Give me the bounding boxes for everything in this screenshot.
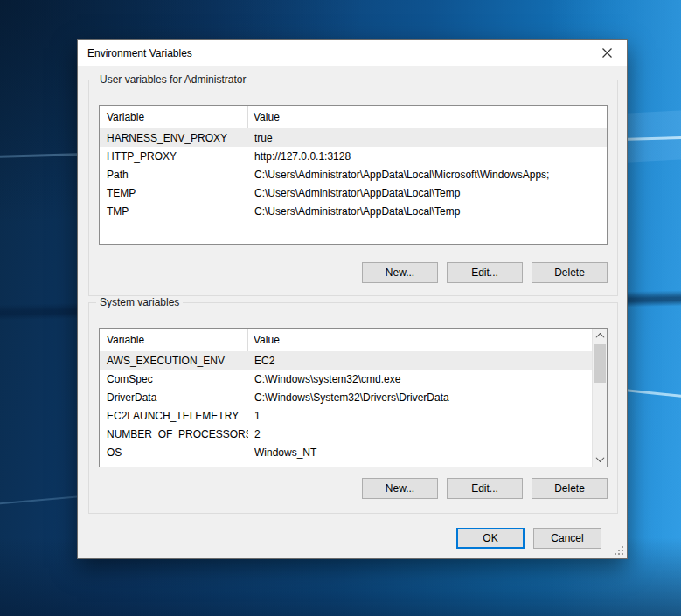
value-cell: http://127.0.0.1:3128: [248, 150, 607, 163]
titlebar[interactable]: Environment Variables: [78, 40, 627, 66]
scrollbar-thumb[interactable]: [594, 344, 606, 383]
environment-variables-dialog: Environment Variables User variables for…: [77, 39, 628, 559]
value-cell: C:\Windows\system32;C:\Windows;C:\Window…: [248, 465, 592, 468]
table-row[interactable]: AWS_EXECUTION_ENVEC2: [100, 351, 592, 370]
variable-cell: TEMP: [100, 187, 248, 199]
system-edit-button[interactable]: Edit...: [447, 478, 523, 499]
table-body: AWS_EXECUTION_ENVEC2ComSpecC:\Windows\sy…: [100, 351, 592, 467]
table-header: Variable Value: [100, 106, 607, 128]
scroll-up-button[interactable]: [593, 329, 607, 343]
system-variables-buttons: New... Edit... Delete: [362, 478, 608, 499]
value-cell: C:\Users\Administrator\AppData\Local\Tem…: [248, 187, 607, 199]
table-row[interactable]: HTTP_PROXYhttp://127.0.0.1:3128: [100, 147, 607, 165]
value-cell: 2: [248, 428, 592, 440]
user-variables-buttons: New... Edit... Delete: [362, 262, 608, 283]
value-cell: C:\Users\Administrator\AppData\Local\Mic…: [248, 169, 607, 181]
variable-cell: HARNESS_ENV_PROXY: [100, 132, 248, 144]
value-cell: true: [248, 132, 607, 144]
variable-cell: TMP: [100, 205, 248, 218]
table-body: HARNESS_ENV_PROXYtrueHTTP_PROXYhttp://12…: [100, 128, 607, 244]
variable-cell: AWS_EXECUTION_ENV: [100, 355, 248, 367]
table-row[interactable]: NUMBER_OF_PROCESSORS2: [100, 425, 592, 443]
user-new-button[interactable]: New...: [362, 262, 438, 283]
table-row[interactable]: PathC:\Users\Administrator\AppData\Local…: [100, 165, 607, 183]
ok-button[interactable]: OK: [456, 528, 525, 549]
table-row[interactable]: OSWindows_NT: [100, 443, 592, 461]
close-button[interactable]: [587, 40, 627, 66]
user-edit-button[interactable]: Edit...: [447, 262, 523, 283]
variable-cell: Path: [100, 169, 248, 181]
system-new-button[interactable]: New...: [362, 478, 438, 499]
variable-cell: DriverData: [100, 391, 248, 404]
user-variables-group: User variables for Administrator Variabl…: [88, 80, 618, 296]
variable-cell: HTTP_PROXY: [100, 150, 248, 163]
table-row[interactable]: HARNESS_ENV_PROXYtrue: [100, 128, 607, 147]
value-cell: EC2: [248, 355, 592, 367]
scroll-down-button[interactable]: [593, 452, 607, 467]
column-header-variable[interactable]: Variable: [100, 329, 248, 351]
table-row[interactable]: PathC:\Windows\system32;C:\Windows;C:\Wi…: [100, 461, 592, 467]
chevron-down-icon: [595, 453, 604, 462]
variable-cell: NUMBER_OF_PROCESSORS: [100, 428, 248, 440]
column-header-value[interactable]: Value: [248, 329, 607, 351]
table-row[interactable]: DriverDataC:\Windows\System32\Drivers\Dr…: [100, 388, 592, 406]
variable-cell: Path: [100, 465, 248, 468]
system-delete-button[interactable]: Delete: [532, 478, 608, 499]
system-variables-legend: System variables: [96, 296, 183, 308]
close-icon: [602, 48, 612, 58]
table-row[interactable]: ComSpecC:\Windows\system32\cmd.exe: [100, 370, 592, 388]
user-variables-table: Variable Value HARNESS_ENV_PROXYtrueHTTP…: [99, 105, 608, 245]
system-variables-group: System variables Variable Value AWS_EXEC…: [88, 302, 618, 514]
variable-cell: ComSpec: [100, 373, 248, 385]
dialog-footer: OK Cancel: [456, 528, 601, 549]
value-cell: C:\Windows\system32\cmd.exe: [248, 373, 592, 385]
window-title: Environment Variables: [87, 47, 192, 59]
variable-cell: OS: [100, 446, 248, 459]
user-delete-button[interactable]: Delete: [532, 262, 608, 283]
chevron-up-icon: [595, 333, 604, 342]
value-cell: Windows_NT: [248, 446, 592, 459]
column-header-variable[interactable]: Variable: [100, 106, 248, 128]
system-variables-table: Variable Value AWS_EXECUTION_ENVEC2ComSp…: [99, 328, 608, 467]
value-cell: C:\Users\Administrator\AppData\Local\Tem…: [248, 205, 607, 218]
table-row[interactable]: EC2LAUNCH_TELEMETRY1: [100, 406, 592, 425]
variable-cell: EC2LAUNCH_TELEMETRY: [100, 410, 248, 422]
user-variables-legend: User variables for Administrator: [96, 73, 249, 86]
cancel-button[interactable]: Cancel: [533, 528, 601, 549]
value-cell: C:\Windows\System32\Drivers\DriverData: [248, 391, 592, 404]
table-row[interactable]: TMPC:\Users\Administrator\AppData\Local\…: [100, 202, 607, 220]
column-header-value[interactable]: Value: [248, 106, 607, 128]
table-row[interactable]: TEMPC:\Users\Administrator\AppData\Local…: [100, 183, 607, 202]
vertical-scrollbar[interactable]: [592, 329, 607, 467]
value-cell: 1: [248, 410, 592, 422]
table-header: Variable Value: [100, 329, 607, 351]
resize-grip-icon[interactable]: [615, 546, 624, 556]
